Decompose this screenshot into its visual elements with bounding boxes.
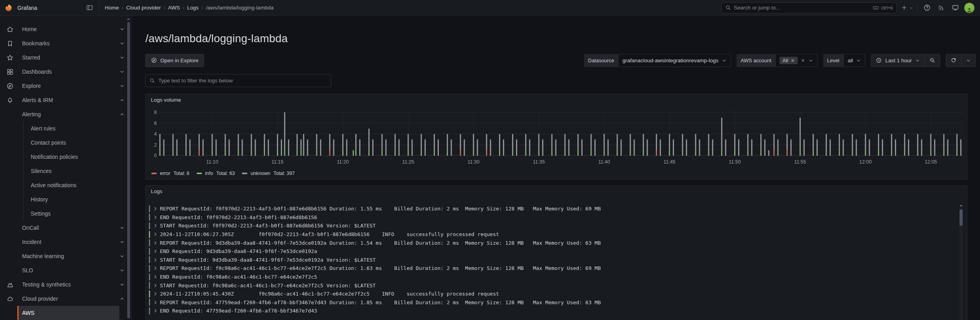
legend-item-unknown[interactable]: unknownTotal: 397 — [242, 171, 295, 176]
chevron-right-icon[interactable] — [153, 215, 158, 220]
log-row[interactable]: START RequestId: 9d3dba39-daa8-4741-9f6f… — [149, 256, 955, 264]
sidebar-item-alert-rules[interactable]: Alert rules — [0, 121, 131, 136]
sidebar-item-label: Alerting — [22, 111, 41, 117]
sidebar-item-silences[interactable]: Silences — [0, 164, 131, 178]
sidebar-item-incident[interactable]: Incident — [0, 235, 131, 249]
chevron-down-icon — [808, 58, 813, 63]
sidebar-item-machine-learning[interactable]: Machine learning — [0, 249, 131, 263]
chevron-right-icon[interactable] — [153, 257, 158, 262]
scroll-up-icon[interactable] — [126, 17, 130, 21]
zoom-out-button[interactable] — [924, 54, 940, 67]
chevron-right-icon[interactable] — [153, 291, 158, 296]
chevron-right-icon[interactable] — [153, 232, 158, 237]
scroll-up-icon[interactable] — [959, 204, 963, 208]
aws-account-chip[interactable]: All — [780, 57, 797, 64]
logs-scrollbar[interactable] — [959, 204, 963, 320]
refresh-interval-button[interactable] — [961, 54, 975, 67]
sidebar-item-testing-synthetics[interactable]: Testing & synthetics — [0, 277, 131, 292]
logs-scroll-thumb[interactable] — [960, 209, 963, 226]
log-row[interactable]: END RequestId: 9d3dba39-daa8-4741-9f6f-7… — [149, 247, 955, 256]
sidebar-item-dashboards[interactable]: Dashboards — [0, 65, 131, 79]
chevron-down-icon[interactable] — [119, 55, 125, 60]
legend-item-error[interactable]: errorTotal: 8 — [151, 171, 189, 176]
chevron-down-icon[interactable] — [119, 239, 125, 245]
log-row[interactable]: 2024-11-22T10:06:27.305Z f0f970d2-2213-4… — [149, 230, 955, 239]
compass-icon — [6, 82, 14, 90]
log-row[interactable]: REPORT RequestId: 9d3dba39-daa8-4741-9f6… — [149, 238, 955, 247]
sidebar-item-history[interactable]: History — [0, 192, 131, 207]
sidebar-item-alerting[interactable]: Alerting — [0, 107, 131, 121]
clear-all-icon[interactable] — [801, 58, 805, 63]
log-row[interactable]: END RequestId: f0c98a6c-ac41-46c1-bc77-e… — [149, 273, 955, 281]
log-row[interactable]: START RequestId: f0c98a6c-ac41-46c1-bc77… — [149, 281, 955, 290]
chevron-up-icon[interactable] — [119, 296, 125, 301]
chevron-right-icon[interactable] — [153, 240, 158, 246]
sidebar-item-bookmarks[interactable]: Bookmarks — [0, 36, 131, 50]
log-row[interactable]: END RequestId: f0f970d2-2213-4af3-b0f1-8… — [149, 213, 955, 222]
log-row[interactable]: REPORT RequestId: f0f970d2-2213-4af3-b0f… — [149, 205, 955, 213]
chevron-up-icon[interactable] — [119, 112, 125, 117]
sidebar-item-notification-policies[interactable]: Notification policies — [0, 150, 131, 164]
user-avatar[interactable] — [964, 3, 974, 13]
datasource-select[interactable]: grafanacloud-awsintegrationrevamp-logs — [618, 54, 731, 67]
log-line-text: REPORT RequestId: f0c98a6c-ac41-46c1-bc7… — [160, 265, 601, 271]
chevron-right-icon[interactable] — [153, 249, 158, 254]
time-range-button[interactable]: Last 1 hour — [871, 54, 924, 67]
chevron-down-icon[interactable] — [119, 225, 125, 231]
sidebar-item-contact-points[interactable]: Contact points — [0, 136, 131, 150]
logs-panel: Logs REPORT RequestId: f0f970d2-2213-4af… — [145, 185, 967, 320]
breadcrumb-item-cloud-provider[interactable]: Cloud provider — [126, 5, 161, 11]
sidebar-item-slo[interactable]: SLO — [0, 263, 131, 277]
breadcrumb-item-logs[interactable]: Logs — [187, 5, 199, 11]
log-row[interactable]: START RequestId: f0f970d2-2213-4af3-b0f1… — [149, 221, 955, 230]
breadcrumb-item-home[interactable]: Home — [105, 5, 119, 11]
refresh-button[interactable] — [946, 54, 961, 67]
close-icon[interactable] — [791, 58, 795, 63]
chevron-down-icon[interactable] — [119, 41, 125, 46]
nav-right: Search or jump to... ctrl+k — [721, 2, 980, 13]
chevron-down-icon[interactable] — [119, 26, 125, 32]
aws-account-select[interactable]: All — [775, 54, 817, 67]
sidebar-item-alerts-irm[interactable]: Alerts & IRM — [0, 93, 131, 107]
monitor-icon[interactable] — [950, 3, 960, 13]
open-in-explore-button[interactable]: Open in Explore — [145, 54, 204, 67]
news-rss-icon[interactable] — [936, 3, 946, 13]
sidebar-scrollbar[interactable] — [126, 16, 130, 320]
sidebar-item-label: Contact points — [31, 140, 66, 146]
chevron-right-icon[interactable] — [153, 274, 158, 279]
chevron-down-icon[interactable] — [119, 83, 125, 89]
level-select[interactable]: all — [843, 54, 866, 67]
sidebar-item-oncall[interactable]: OnCall — [0, 221, 131, 235]
help-icon[interactable] — [922, 3, 932, 13]
chevron-right-icon[interactable] — [153, 206, 158, 211]
sidebar-item-settings[interactable]: Settings — [0, 207, 131, 221]
sidebar-item-home[interactable]: Home — [0, 22, 131, 36]
chevron-right-icon[interactable] — [153, 300, 158, 305]
chevron-right-icon[interactable] — [153, 266, 158, 271]
chevron-down-icon[interactable] — [119, 69, 125, 74]
logs-filter-input[interactable]: Type text to filter the logs below — [145, 74, 331, 87]
log-row[interactable]: 2024-11-22T10:05:45.430Z f0c98a6c-ac41-4… — [149, 290, 955, 298]
breadcrumb-item-aws[interactable]: AWS — [168, 5, 180, 11]
chevron-right-icon[interactable] — [153, 223, 158, 228]
sidebar-item-active-notifications[interactable]: Active notifications — [0, 178, 131, 192]
sidebar-item-cloud-provider[interactable]: Cloud provider — [0, 292, 131, 306]
search-input[interactable]: Search or jump to... ctrl+k — [721, 2, 897, 13]
log-row[interactable]: END RequestId: 47759ead-f260-4fb6-af78-b… — [149, 307, 955, 315]
log-row[interactable]: REPORT RequestId: 47759ead-f260-4fb6-af7… — [149, 298, 955, 307]
dock-menu-icon[interactable] — [85, 3, 94, 13]
log-row[interactable]: REPORT RequestId: f0c98a6c-ac41-46c1-bc7… — [149, 264, 955, 273]
chevron-right-icon[interactable] — [153, 283, 158, 288]
sidebar-item-aws[interactable]: AWS — [17, 306, 119, 320]
brand-zone: Grafana — [0, 0, 99, 15]
sidebar-item-explore[interactable]: Explore — [0, 79, 131, 93]
legend-item-info[interactable]: infoTotal: 63 — [197, 171, 235, 176]
chevron-right-icon[interactable] — [153, 308, 158, 313]
sidebar-scroll-thumb[interactable] — [127, 22, 130, 318]
chevron-down-icon[interactable] — [119, 268, 125, 273]
new-button[interactable] — [901, 4, 913, 11]
chevron-down-icon[interactable] — [119, 253, 125, 259]
chevron-down-icon[interactable] — [119, 282, 125, 287]
chevron-up-icon[interactable] — [119, 97, 125, 103]
sidebar-item-starred[interactable]: Starred — [0, 50, 131, 65]
